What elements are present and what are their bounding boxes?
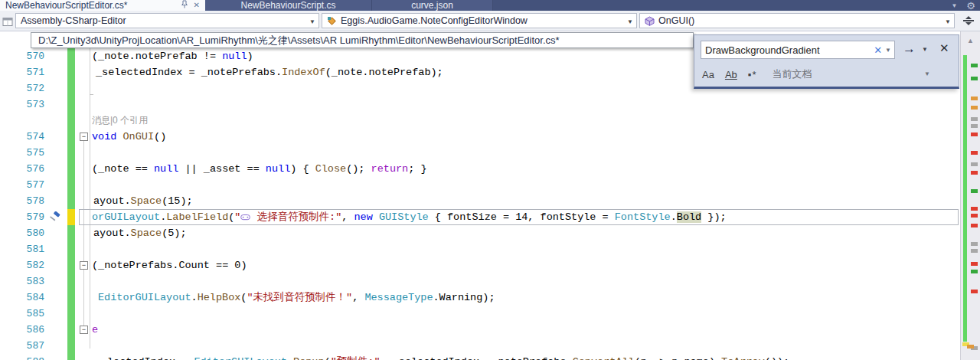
code-line: 580ayout.Space(5);	[0, 225, 960, 241]
line-number: 587	[0, 338, 44, 354]
code-line: 579orGUILayout.LabelField(" 选择音符预制件:", n…	[0, 209, 960, 225]
whole-word-toggle[interactable]: Ab	[725, 69, 737, 80]
scrollbar-annotation-mark	[971, 207, 978, 211]
code-text: ayout.Space(15);	[92, 193, 193, 209]
scrollbar-annotation-mark	[971, 224, 978, 227]
scrollbar-annotation-mark	[971, 262, 978, 266]
code-text: void OnGUI()	[92, 129, 166, 145]
line-number: 580	[0, 225, 44, 241]
scrollbar-annotation-mark	[967, 345, 974, 349]
scrollbar-annotation-mark	[971, 64, 978, 67]
search-scope-dropdown[interactable]: 当前文档	[772, 67, 812, 81]
line-number: 588	[0, 354, 44, 360]
navigation-bar: Assembly-CSharp-Editor ▼ Eggis.AudioGame…	[0, 11, 980, 31]
line-number: 575	[0, 145, 44, 161]
pin-icon[interactable]	[181, 0, 188, 11]
line-number: 582	[0, 257, 44, 273]
tab-curve-json[interactable]: curve.json	[372, 0, 493, 11]
close-find-panel-button[interactable]: ✕	[939, 41, 949, 55]
code-line: 574−void OnGUI()	[0, 129, 960, 145]
vertical-scrollbar[interactable]: ▲	[960, 31, 980, 360]
scrollbar-annotation-mark	[971, 242, 978, 246]
tab-label: curve.json	[411, 0, 453, 11]
fold-collapse-box[interactable]: −	[80, 326, 88, 334]
chevron-down-icon: ▼	[627, 18, 633, 25]
gamepad-icon	[240, 210, 250, 226]
scrollbar-annotation-mark	[971, 189, 978, 193]
project-dropdown[interactable]: Assembly-CSharp-Editor ▼	[15, 13, 319, 28]
line-number: 572	[0, 80, 44, 97]
code-line: 584EditorGUILayout.HelpBox("未找到音符预制件！", …	[0, 290, 960, 306]
line-number: 584	[0, 290, 44, 306]
type-dropdown[interactable]: Eggis.AudioGame.NoteConfigEditorWindow ▼	[322, 13, 637, 28]
scrollbar-annotation-mark	[971, 171, 978, 175]
class-icon	[327, 16, 337, 26]
line-number: 579	[0, 209, 44, 225]
scrollbar-change-track	[963, 55, 967, 342]
code-line: 573	[0, 97, 960, 113]
type-dropdown-label: Eggis.AudioGame.NoteConfigEditorWindow	[341, 15, 528, 26]
code-text: lectedIndex = EditorGUILayout.Popup("预制件…	[92, 354, 789, 360]
fold-collapse-box[interactable]: −	[80, 133, 88, 141]
search-history-chevron-icon[interactable]: ▼	[885, 47, 894, 54]
close-tab-icon[interactable]: ✕	[194, 0, 200, 11]
line-number: 570	[0, 48, 44, 64]
scrollbar-annotation-mark	[971, 214, 978, 218]
gear-icon[interactable]: ⚙	[966, 0, 975, 11]
code-line: 578ayout.Space(15);	[0, 193, 960, 209]
line-number: 573	[0, 97, 44, 113]
line-number: 576	[0, 161, 44, 177]
line-number: 578	[0, 193, 44, 209]
code-line: 575	[0, 145, 960, 161]
line-number: 574	[0, 129, 44, 145]
regex-toggle[interactable]: ▪*	[748, 69, 757, 80]
file-path-tooltip: D:\Z_Unity3d\UnityProjLocation\AR_LumiRh…	[31, 32, 694, 48]
code-text: (_notePrefabs.Count == 0)	[92, 257, 247, 273]
scope-chevron-icon[interactable]: ▼	[924, 70, 930, 77]
find-options-chevron-icon[interactable]: ▼	[922, 46, 928, 53]
scrollbar-annotation-mark	[971, 151, 978, 155]
tab-newbehaviourscripteditor[interactable]: NewBehaviourScriptEditor.cs* ✕	[0, 0, 205, 11]
scrollbar-annotation-mark	[971, 117, 978, 121]
code-text: ayout.Space(5);	[92, 225, 187, 241]
code-line: 577	[0, 177, 960, 193]
match-case-toggle[interactable]: Aa	[702, 69, 714, 80]
project-icon	[2, 16, 13, 30]
code-text: _selectedIndex = _notePrefabs.IndexOf(_n…	[92, 64, 443, 80]
vs-editor-window: NewBehaviourScriptEditor.cs* ✕ NewBehavi…	[0, 0, 980, 360]
scrollbar-annotation-mark	[971, 77, 978, 80]
tab-newbehaviourscript[interactable]: NewBehaviourScript.cs	[205, 0, 372, 11]
scrollbar-annotation-mark	[971, 249, 978, 253]
fold-collapse-box[interactable]: −	[80, 261, 88, 270]
scrollbar-annotation-mark	[971, 97, 978, 100]
code-text: orGUILayout.LabelField(" 选择音符预制件:", new …	[92, 209, 727, 226]
scrollbar-annotation-mark	[971, 270, 978, 273]
code-text: (_note == null || _asset == null) { Clos…	[92, 161, 427, 177]
scrollbar-annotation-mark	[971, 106, 978, 110]
method-icon	[645, 16, 655, 26]
find-next-button[interactable]: →	[903, 41, 916, 57]
codelens-row: 消息|0 个引用	[0, 113, 960, 129]
member-dropdown[interactable]: OnGUI() ▼	[639, 13, 955, 28]
scrollbar-up-arrow[interactable]: ▲	[961, 37, 980, 44]
tab-label: NewBehaviourScriptEditor.cs*	[5, 0, 127, 11]
member-dropdown-label: OnGUI()	[658, 15, 694, 26]
line-number: 571	[0, 64, 44, 80]
tab-list-chevron-icon[interactable]: ▼	[951, 2, 957, 9]
document-tab-bar: NewBehaviourScriptEditor.cs* ✕ NewBehavi…	[0, 0, 980, 11]
search-input[interactable]	[701, 42, 871, 57]
code-line: 587	[0, 338, 960, 354]
scrollbar-annotation-mark	[971, 124, 978, 128]
split-window-handle[interactable]	[962, 15, 975, 27]
clear-search-icon[interactable]: ✕	[871, 44, 885, 56]
search-box: ✕ ▼	[701, 41, 895, 59]
line-number: 583	[0, 273, 44, 290]
code-line: 588lectedIndex = EditorGUILayout.Popup("…	[0, 354, 960, 360]
code-line: 583	[0, 273, 960, 290]
code-line: 581	[0, 241, 960, 257]
chevron-down-icon: ▼	[945, 18, 951, 25]
line-number: 581	[0, 241, 44, 257]
tab-label: NewBehaviourScript.cs	[240, 0, 335, 11]
code-line: 576(_note == null || _asset == null) { C…	[0, 161, 960, 177]
code-text: EditorGUILayout.HelpBox("未找到音符预制件！", Mes…	[92, 290, 495, 306]
